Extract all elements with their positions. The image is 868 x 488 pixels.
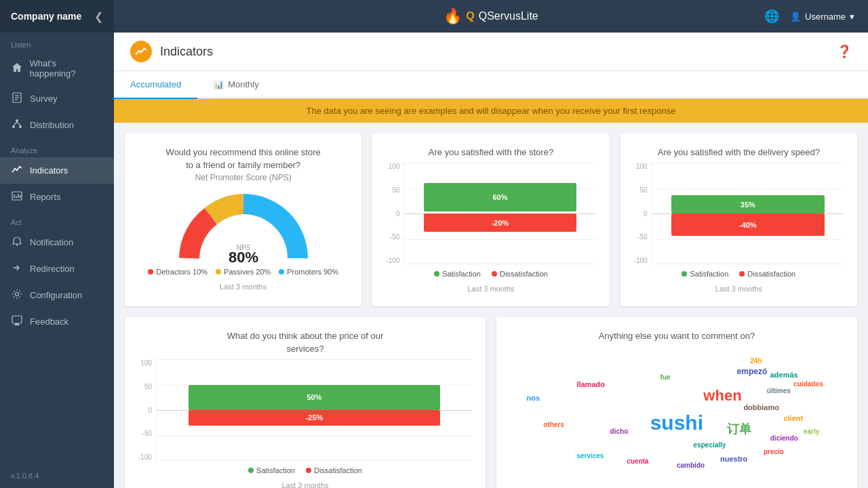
tab-monthly[interactable]: 📊 Monthly xyxy=(197,71,275,99)
word-cloud-word: when xyxy=(703,387,741,405)
globe-icon[interactable]: 🌐 xyxy=(764,9,779,24)
svg-point-10 xyxy=(16,169,18,171)
svg-point-17 xyxy=(16,244,18,245)
promoters-legend: Promoters 90% xyxy=(279,268,338,276)
help-icon[interactable]: ❓ xyxy=(837,44,852,59)
svg-text:80%: 80% xyxy=(229,249,258,265)
word-cloud-word: services xyxy=(576,452,604,460)
sidebar-item-label: Notification xyxy=(30,237,73,247)
word-cloud-word: cuidados xyxy=(793,380,823,388)
store-footer: Last 3 months xyxy=(386,285,595,293)
sidebar-item-survey[interactable]: Survey xyxy=(0,85,114,112)
sidebar-item-configuration[interactable]: Configuration xyxy=(0,282,114,308)
word-cloud-word: empezó xyxy=(737,367,768,376)
sidebar-item-label: Redirection xyxy=(30,264,75,274)
word-cloud-word: nuestro xyxy=(720,455,747,463)
sidebar-item-notification[interactable]: Notification xyxy=(0,229,114,256)
passives-legend: Passives 20% xyxy=(216,268,271,276)
y-minus50: -50 xyxy=(390,233,399,241)
delivery-dissat-legend: Dissatisfaction xyxy=(739,270,795,278)
nps-footer: Last 3 months xyxy=(138,283,348,291)
y-minus100: -100 xyxy=(386,257,399,264)
word-cloud-word: others xyxy=(543,421,564,428)
sidebar-item-label: Configuration xyxy=(30,290,82,300)
word-cloud-word: especially xyxy=(694,441,726,449)
home-icon xyxy=(11,62,23,75)
nps-card-title: Would you recommend this online store xyxy=(138,147,348,157)
word-cloud-word: sushi xyxy=(650,411,703,434)
svg-point-6 xyxy=(19,125,22,128)
sidebar-item-whats-happening[interactable]: What's happening? xyxy=(0,52,114,85)
sidebar-item-distribution[interactable]: Distribution xyxy=(0,112,114,138)
svg-point-5 xyxy=(12,125,15,128)
sidebar-item-feedback[interactable]: Feedback xyxy=(0,308,114,335)
listen-section-label: Listen xyxy=(0,33,114,52)
sidebar-header: Company name ❮ xyxy=(0,0,114,33)
word-cloud-word: además xyxy=(770,371,798,379)
nps-card: Would you recommend this online store to… xyxy=(125,134,361,306)
word-cloud-word: últimes xyxy=(767,387,791,394)
word-cloud-word: diciendo xyxy=(770,434,798,442)
delivery-card-title: Are you satisfied with the delivery spee… xyxy=(634,147,844,157)
tab-accumulated[interactable]: Accumulated xyxy=(114,71,197,99)
cards-grid-top: Would you recommend this online store to… xyxy=(114,123,868,317)
store-sat-legend: Satisfaction xyxy=(434,270,481,278)
word-cloud-word: fue xyxy=(660,373,670,381)
analyze-section-label: Analyze xyxy=(0,138,114,157)
price-card: What do you think about the price of our… xyxy=(125,317,486,488)
word-cloud-word: precio xyxy=(764,448,784,455)
word-cloud-word: client xyxy=(783,414,803,422)
sidebar-item-label: Indicators xyxy=(30,165,68,176)
sidebar: Company name ❮ Listen What's happening? … xyxy=(0,0,114,488)
collapse-sidebar-button[interactable]: ❮ xyxy=(94,10,103,23)
store-card-title: Are you satisfied with the store? xyxy=(386,147,595,157)
wordcloud-card-title: Anything else you want to comment on? xyxy=(510,331,844,341)
sidebar-item-label: Reports xyxy=(30,192,61,202)
svg-rect-19 xyxy=(12,316,22,323)
word-cloud-word: 24h xyxy=(750,357,762,365)
tab-accumulated-label: Accumulated xyxy=(130,79,181,89)
store-dissat-legend: Dissatisfaction xyxy=(492,270,548,278)
main-content: Indicators ❓ Accumulated 📊 Monthly The d… xyxy=(114,33,868,488)
store-legend: Satisfaction Dissatisfaction xyxy=(386,270,595,278)
wordcloud-card: Anything else you want to comment on? su… xyxy=(496,317,857,488)
page-header: Indicators ❓ xyxy=(114,33,868,71)
notification-icon xyxy=(11,236,23,249)
delivery-legend: Satisfaction Dissatisfaction xyxy=(634,270,844,278)
page-header-left: Indicators xyxy=(130,41,213,62)
svg-point-11 xyxy=(19,166,20,167)
account-icon: 👤 xyxy=(790,12,801,22)
distribution-icon xyxy=(11,119,23,131)
word-cloud-word: dobbiamo xyxy=(743,403,779,411)
page-icon xyxy=(130,41,152,62)
configuration-icon xyxy=(11,289,23,302)
username-label: Username xyxy=(805,12,846,22)
topbar: 🔥 QQServusLite 🌐 👤 Username ▾ xyxy=(114,0,868,33)
svg-point-18 xyxy=(16,293,19,296)
feedback-icon xyxy=(11,315,23,328)
word-cloud-word: cambido xyxy=(677,462,705,469)
nps-gauge-container: NPS 80% xyxy=(138,190,348,265)
word-cloud-word: 订单 xyxy=(727,421,751,437)
redirection-icon xyxy=(11,262,23,275)
store-neg-bar: -20% xyxy=(424,214,577,232)
user-menu[interactable]: 👤 Username ▾ xyxy=(790,12,854,22)
store-pos-bar: 60% xyxy=(424,183,577,211)
word-cloud-word: llamado xyxy=(576,380,605,388)
nps-legend: Detractors 10% Passives 20% Promoters 90… xyxy=(138,268,348,276)
y-0: 0 xyxy=(396,210,400,218)
word-cloud-word: cuenta xyxy=(627,458,648,465)
nps-card-title2: to a friend or family member? xyxy=(138,160,348,170)
tabs-bar: Accumulated 📊 Monthly xyxy=(114,71,868,99)
detractors-legend: Detractors 10% xyxy=(148,268,208,276)
act-section-label: Act xyxy=(0,210,114,229)
price-footer: Last 3 months xyxy=(138,481,472,488)
sidebar-item-indicators[interactable]: Indicators xyxy=(0,157,114,184)
sidebar-item-reports[interactable]: Reports xyxy=(0,184,114,210)
bar-chart-icon: 📊 xyxy=(214,80,224,89)
sidebar-item-redirection[interactable]: Redirection xyxy=(0,256,114,282)
topbar-right: 🌐 👤 Username ▾ xyxy=(764,9,854,24)
logo-flame-icon: 🔥 xyxy=(443,7,462,25)
price-neg-bar: -25% xyxy=(189,410,441,426)
word-cloud-word: early xyxy=(804,428,819,435)
